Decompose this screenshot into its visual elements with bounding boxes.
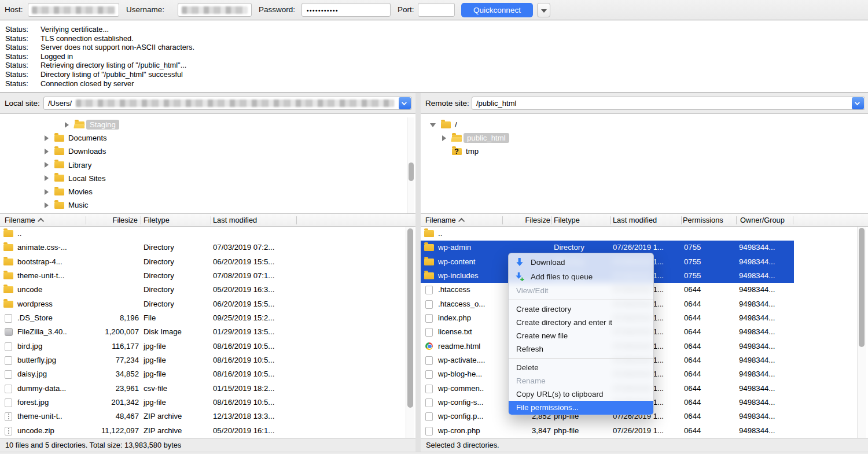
expander-closed-icon[interactable]	[43, 202, 51, 209]
local-site-dropdown-button[interactable]	[399, 97, 411, 109]
menu-item-copy-url-s-to-clipboard[interactable]: Copy URL(s) to clipboard	[509, 387, 653, 401]
local-file-row[interactable]: forest.jpg201,342jpg-file08/16/2019 10:5…	[0, 396, 415, 409]
local-tree-item[interactable]: Music	[0, 198, 415, 212]
local-tree-item[interactable]: Staging	[0, 118, 415, 131]
column-separator[interactable]	[141, 216, 141, 224]
remote-column-header-permissions[interactable]: Permissions	[683, 216, 723, 224]
local-tree-item[interactable]: Documents	[0, 131, 415, 145]
remote-site-dropdown-button[interactable]	[852, 97, 864, 109]
host-input[interactable]	[28, 3, 119, 17]
folder-icon	[3, 259, 13, 265]
local-tree-item[interactable]: Library	[0, 158, 415, 172]
local-column-header-filename[interactable]: Filename	[5, 216, 44, 224]
menu-item-rename: Rename	[509, 374, 653, 387]
status-log-line: Status:TLS connection established.	[0, 34, 868, 43]
column-separator[interactable]	[610, 216, 611, 224]
local-file-row[interactable]: bird.jpg116,177jpg-file08/16/2019 10:5..…	[0, 339, 415, 353]
menu-item-add-files-to-queue[interactable]: Add files to queue	[509, 270, 653, 284]
remote-column-header-owner-group[interactable]: Owner/Group	[740, 216, 785, 224]
expander-closed-icon[interactable]	[441, 135, 448, 142]
pane-divider[interactable]	[415, 93, 421, 454]
local-column-header-last-modified[interactable]: Last modified	[213, 216, 257, 224]
column-separator[interactable]	[793, 216, 793, 224]
local-site-input[interactable]: /Users/	[43, 97, 412, 110]
remote-column-header-filesize[interactable]: Filesize	[476, 216, 550, 224]
remote-list-scrollbar[interactable]	[857, 227, 866, 438]
local-tree-item[interactable]: Movies	[0, 185, 415, 198]
local-column-header-filetype[interactable]: Filetype	[144, 216, 170, 224]
expander-closed-icon[interactable]	[43, 135, 51, 142]
column-separator[interactable]	[502, 216, 503, 224]
port-input[interactable]	[418, 3, 455, 17]
file-icon	[425, 412, 433, 421]
filetype-cell: Directory	[144, 285, 174, 294]
menu-item-download[interactable]: Download	[509, 255, 653, 270]
remote-file-row[interactable]: ..	[421, 227, 868, 241]
local-file-row[interactable]: uncode.zip11,122,097ZIP archive05/20/201…	[0, 424, 415, 438]
username-input[interactable]	[178, 3, 252, 17]
password-label: Password:	[259, 5, 295, 14]
menu-item-file-permissions[interactable]: File permissions...	[509, 401, 653, 415]
menu-item-create-new-file[interactable]: Create new file	[509, 329, 653, 342]
last-modified-cell: 08/16/2019 10:5...	[213, 398, 274, 407]
local-file-row[interactable]: daisy.jpg34,852jpg-file08/16/2019 10:5..…	[0, 367, 415, 381]
menu-item-label: Copy URL(s) to clipboard	[516, 390, 603, 398]
local-file-row[interactable]: FileZilla_3.40..1,200,007Disk Image01/29…	[0, 325, 415, 339]
remote-file-row[interactable]: wp-cron.php3,847php-file07/26/2019 1...0…	[421, 424, 868, 438]
local-tree-item[interactable]: Local Sites	[0, 172, 415, 185]
quickconnect-dropdown-button[interactable]	[537, 3, 550, 17]
expander-closed-icon[interactable]	[43, 189, 51, 195]
local-file-row[interactable]: theme-unit-t..48,467ZIP archive12/13/201…	[0, 409, 415, 423]
local-file-row[interactable]: theme-unit-t...Directory07/08/2019 07:1.…	[0, 269, 415, 283]
owner-group-cell: 9498344...	[739, 257, 775, 266]
expander-closed-icon[interactable]	[43, 148, 51, 155]
local-file-row[interactable]: ..	[0, 227, 415, 241]
remote-site-input[interactable]: /public_html	[472, 97, 865, 110]
expander-closed-icon[interactable]	[43, 175, 51, 182]
local-list-scrollbar-thumb[interactable]	[407, 228, 413, 408]
filetype-cell: Directory	[144, 257, 174, 266]
menu-item-delete[interactable]: Delete	[509, 361, 653, 374]
remote-column-header-last-modified[interactable]: Last modified	[613, 216, 657, 224]
local-file-row[interactable]: .DS_Store8,196File09/25/2019 15:2...	[0, 311, 415, 325]
local-file-row[interactable]: uncodeDirectory05/20/2019 16:3...	[0, 283, 415, 297]
local-tree-scrollbar[interactable]	[407, 117, 414, 213]
remote-list-scrollbar-thumb[interactable]	[859, 228, 865, 347]
local-list-scrollbar[interactable]	[406, 227, 414, 438]
remote-tree-item[interactable]: tmp	[421, 145, 868, 158]
menu-item-create-directory-and-enter-it[interactable]: Create directory and enter it	[509, 316, 653, 329]
local-file-row[interactable]: butterfly.jpg77,234jpg-file08/16/2019 10…	[0, 353, 415, 367]
local-file-row[interactable]: animate.css-...Directory07/03/2019 07:2.…	[0, 241, 415, 254]
local-file-row[interactable]: dummy-data...23,961csv-file01/15/2019 18…	[0, 382, 415, 396]
expander-closed-icon[interactable]	[43, 161, 51, 168]
column-separator[interactable]	[296, 216, 297, 224]
local-file-row[interactable]: bootstrap-4...Directory06/20/2019 15:5..…	[0, 255, 415, 269]
column-separator[interactable]	[211, 216, 211, 224]
remote-column-header-filetype[interactable]: Filetype	[554, 216, 580, 224]
owner-group-cell: 9498344...	[739, 356, 775, 364]
local-column-header-filesize[interactable]: Filesize	[64, 216, 138, 224]
filesize-cell: 48,467	[58, 412, 139, 420]
folder-icon	[3, 301, 13, 308]
local-tree-item[interactable]: Downloads	[0, 145, 415, 158]
column-separator[interactable]	[736, 216, 737, 224]
quickconnect-button[interactable]: Quickconnect	[461, 3, 533, 17]
local-tree-scrollbar-thumb[interactable]	[409, 163, 414, 181]
password-input[interactable]: •••••••••••	[301, 3, 391, 17]
remote-column-header-filename[interactable]: Filename	[425, 216, 465, 224]
menu-item-label: Create directory	[516, 305, 571, 313]
menu-item-refresh[interactable]: Refresh	[509, 342, 653, 356]
redacted-host-value	[32, 6, 115, 14]
column-separator[interactable]	[551, 216, 551, 224]
expander-closed-icon[interactable]	[64, 121, 71, 128]
menu-item-create-directory[interactable]: Create directory	[509, 302, 653, 316]
local-file-row[interactable]: wordpressDirectory06/20/2019 15:5...	[0, 297, 415, 311]
remote-tree-item[interactable]: /	[421, 118, 868, 131]
expander-open-icon[interactable]	[430, 121, 437, 128]
caret-down-icon	[541, 9, 547, 13]
remote-tree-item[interactable]: public_html	[421, 131, 868, 145]
column-separator[interactable]	[681, 216, 682, 224]
filesize-cell: 8,196	[58, 313, 139, 322]
column-separator[interactable]	[86, 216, 86, 224]
filetype-cell: ZIP archive	[144, 426, 182, 435]
